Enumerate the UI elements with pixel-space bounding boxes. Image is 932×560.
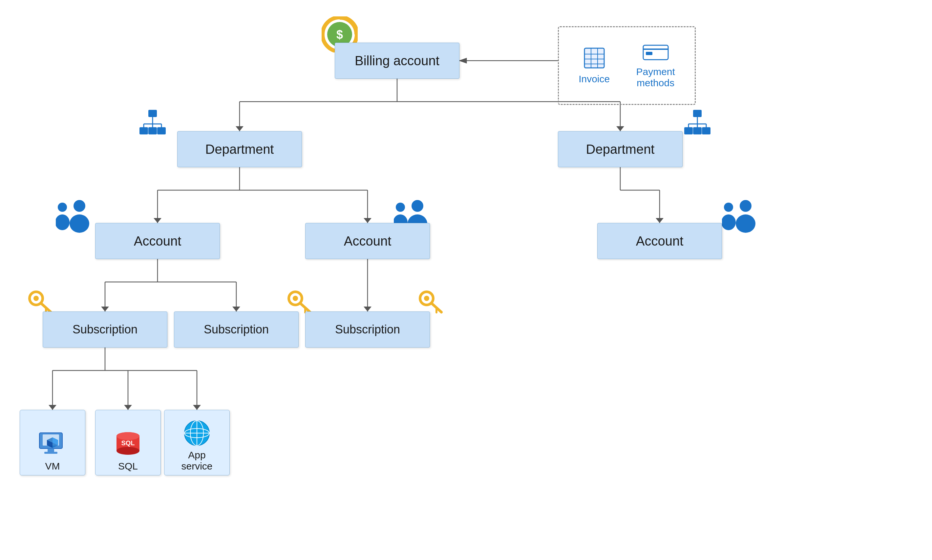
svg-marker-3 [236, 126, 244, 131]
sub3-label: Subscription [335, 323, 400, 336]
svg-point-80 [736, 214, 755, 233]
svg-rect-62 [693, 127, 702, 134]
sub1-node: Subscription [43, 311, 167, 348]
connectors-svg [0, 0, 932, 560]
sub2-node: Subscription [174, 311, 299, 348]
invoice-item: Invoice [579, 46, 610, 85]
svg-marker-10 [154, 218, 162, 223]
svg-rect-60 [693, 110, 702, 117]
acct1-node: Account [95, 223, 220, 259]
svg-marker-24 [232, 306, 240, 311]
app-service-label: Appservice [181, 449, 212, 472]
sql-label: SQL [118, 461, 138, 472]
svg-point-88 [293, 296, 298, 301]
svg-rect-51 [148, 110, 157, 117]
svg-text:$: $ [336, 28, 343, 41]
dept2-hierarchy-icon [683, 108, 712, 139]
svg-point-71 [74, 200, 85, 212]
svg-point-72 [69, 214, 89, 233]
svg-marker-17 [656, 218, 664, 223]
app-service-node: Appservice [164, 410, 230, 475]
svg-point-70 [56, 214, 69, 230]
invoice-payment-box: Invoice Paymentmethods [558, 26, 696, 105]
svg-rect-96 [44, 452, 57, 454]
svg-rect-54 [157, 127, 166, 134]
svg-text:SQL: SQL [121, 439, 134, 446]
acct3-node: Account [597, 223, 722, 259]
acct3-person-icon [722, 200, 758, 234]
billing-account-label: Billing account [355, 54, 440, 68]
svg-point-79 [740, 200, 751, 212]
dept1-node: Department [177, 131, 302, 167]
acct1-person-icon [56, 200, 92, 234]
payment-label: Paymentmethods [636, 66, 675, 89]
svg-rect-95 [48, 449, 54, 452]
acct3-label: Account [636, 234, 684, 249]
dept2-node: Department [558, 131, 683, 167]
svg-rect-42 [585, 48, 604, 68]
svg-marker-36 [193, 405, 201, 410]
acct2-node: Account [305, 223, 430, 259]
svg-rect-63 [702, 127, 710, 134]
svg-marker-6 [616, 126, 624, 131]
vm-label: VM [45, 461, 60, 472]
payment-methods-item: Paymentmethods [636, 43, 675, 89]
acct2-label: Account [344, 234, 392, 249]
sub1-label: Subscription [73, 323, 137, 336]
svg-point-75 [412, 200, 423, 212]
vm-node: VM [20, 410, 85, 475]
svg-rect-53 [148, 127, 157, 134]
svg-rect-50 [646, 52, 653, 55]
diagram-container: $ Billing account Invoice [0, 0, 932, 560]
svg-point-84 [34, 296, 39, 301]
dept1-hierarchy-icon [138, 108, 167, 139]
dept1-label: Department [205, 142, 274, 157]
svg-rect-52 [139, 127, 148, 134]
svg-rect-61 [684, 127, 693, 134]
svg-point-73 [396, 203, 405, 212]
sub2-label: Subscription [204, 323, 269, 336]
payment-icon [643, 43, 669, 62]
svg-point-92 [424, 296, 429, 301]
invoice-label: Invoice [579, 74, 610, 85]
svg-point-102 [116, 447, 139, 455]
svg-point-69 [58, 203, 67, 212]
billing-account-node: Billing account [335, 43, 460, 79]
svg-marker-21 [101, 306, 109, 311]
svg-point-78 [722, 214, 736, 230]
svg-marker-26 [364, 306, 372, 311]
svg-point-103 [116, 432, 139, 440]
svg-point-77 [724, 203, 733, 212]
acct1-label: Account [134, 234, 182, 249]
sub3-node: Subscription [305, 311, 430, 348]
svg-marker-30 [49, 405, 56, 410]
dept2-label: Department [586, 142, 655, 157]
invoice-icon [583, 46, 606, 69]
svg-marker-33 [124, 405, 132, 410]
sql-node: SQL SQL [95, 410, 161, 475]
svg-marker-13 [364, 218, 372, 223]
